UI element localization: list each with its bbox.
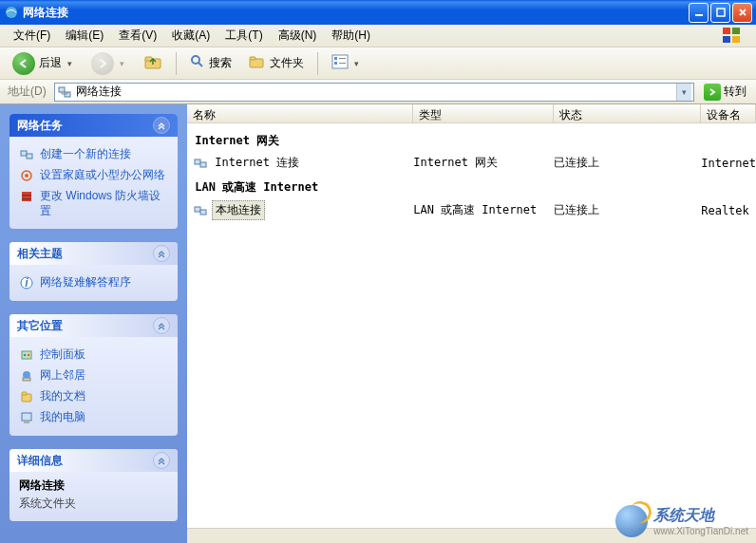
task-create-connection[interactable]: 创建一个新的连接 [19, 144, 168, 165]
minimize-button[interactable] [689, 3, 709, 23]
svg-point-9 [192, 56, 199, 64]
collapse-icon[interactable] [153, 117, 170, 134]
chevron-down-icon: ▾ [66, 59, 74, 68]
svg-rect-6 [732, 36, 740, 43]
views-button[interactable]: ▾ [325, 50, 368, 76]
separator [176, 52, 177, 75]
svg-rect-2 [717, 9, 725, 16]
address-input[interactable]: 网络连接 ▾ [54, 83, 694, 102]
collapse-icon[interactable] [153, 245, 170, 262]
menu-view[interactable]: 查看(V) [111, 25, 164, 47]
svg-rect-39 [195, 207, 200, 212]
place-network-neighborhood[interactable]: 网上邻居 [19, 365, 168, 386]
up-button[interactable] [137, 49, 169, 77]
collapse-icon[interactable] [153, 317, 170, 334]
col-status[interactable]: 状态 [554, 104, 701, 122]
svg-rect-40 [200, 210, 206, 215]
svg-rect-19 [21, 151, 27, 156]
go-icon [704, 84, 721, 101]
col-name[interactable]: 名称 [187, 104, 413, 122]
views-icon [331, 54, 349, 72]
forward-button[interactable]: ▾ [85, 48, 133, 79]
task-label: 更改 Windows 防火墙设置 [40, 189, 168, 218]
column-headers: 名称 类型 状态 设备名 [187, 104, 756, 123]
close-button[interactable] [732, 3, 752, 23]
go-button[interactable]: 转到 [698, 83, 752, 102]
place-control-panel[interactable]: 控制面板 [19, 345, 168, 365]
svg-rect-16 [339, 63, 346, 64]
details-type: 系统文件夹 [19, 496, 168, 512]
menu-edit[interactable]: 编辑(E) [58, 25, 111, 47]
globe-icon [615, 505, 648, 537]
related-troubleshoot[interactable]: i 网络疑难解答程序 [19, 272, 168, 293]
svg-point-0 [6, 7, 17, 18]
svg-rect-17 [59, 87, 65, 92]
svg-point-22 [25, 174, 28, 178]
panel-title: 网络任务 [17, 118, 63, 134]
item-status: 已连接上 [554, 155, 701, 171]
search-button[interactable]: 搜索 [183, 50, 238, 76]
network-neighborhood-icon [19, 368, 34, 384]
item-device: Realtek [701, 204, 756, 217]
list-group-header: Internet 网关 [187, 127, 756, 152]
control-panel-icon [19, 347, 34, 363]
watermark-text: 系统天地 [653, 507, 714, 523]
svg-rect-4 [732, 28, 740, 34]
col-type[interactable]: 类型 [413, 104, 554, 122]
svg-rect-28 [22, 351, 31, 359]
panel-header[interactable]: 网络任务 [9, 114, 178, 137]
chevron-down-icon: ▾ [352, 59, 361, 68]
svg-point-29 [24, 354, 26, 356]
address-dropdown[interactable]: ▾ [676, 84, 691, 101]
item-name: 本地连接 [212, 200, 265, 220]
col-device[interactable]: 设备名 [701, 104, 756, 122]
firewall-icon [19, 189, 34, 204]
svg-rect-5 [723, 36, 730, 43]
back-button[interactable]: 后退 ▾ [6, 48, 81, 79]
panel-header[interactable]: 详细信息 [9, 449, 178, 472]
window-controls [689, 3, 752, 23]
panel-places: 其它位置 控制面板 网上邻居 我的文档 [9, 314, 178, 436]
network-setup-icon [19, 168, 34, 183]
panel-header[interactable]: 其它位置 [9, 314, 178, 337]
search-icon [190, 54, 205, 72]
item-device: Internet [701, 157, 756, 170]
watermark: 系统天地 www.XiTongTianDi.net [615, 505, 748, 537]
place-label: 网上邻居 [40, 368, 85, 384]
folders-label: 文件夹 [270, 55, 304, 71]
panel-header[interactable]: 相关主题 [9, 242, 178, 265]
list-body[interactable]: Internet 网关Internet 连接Internet 网关已连接上Int… [187, 123, 756, 528]
folders-button[interactable]: 文件夹 [242, 50, 311, 76]
my-documents-icon [19, 389, 34, 404]
panel-title: 相关主题 [17, 246, 63, 262]
place-my-documents[interactable]: 我的文档 [19, 386, 168, 407]
list-item[interactable]: Internet 连接Internet 网关已连接上Internet [187, 152, 756, 174]
item-status: 已连接上 [554, 202, 701, 218]
menu-favorites[interactable]: 收藏(A) [164, 25, 217, 47]
place-my-computer[interactable]: 我的电脑 [19, 407, 168, 428]
maximize-button[interactable] [710, 3, 730, 23]
menu-advanced[interactable]: 高级(N) [271, 25, 325, 47]
panel-title: 详细信息 [17, 453, 63, 469]
menu-help[interactable]: 帮助(H) [324, 25, 378, 47]
item-name: Internet 连接 [212, 154, 302, 172]
svg-rect-15 [339, 58, 346, 59]
svg-point-30 [28, 354, 29, 356]
menu-file[interactable]: 文件(F) [6, 25, 58, 47]
panel-network-tasks: 网络任务 创建一个新的连接 设置家庭或小型办公网络 更改 Windows 防火墙… [9, 114, 178, 229]
task-setup-network[interactable]: 设置家庭或小型办公网络 [19, 165, 168, 186]
svg-rect-14 [334, 62, 337, 65]
app-icon [4, 5, 19, 20]
place-label: 控制面板 [40, 347, 85, 363]
task-firewall[interactable]: 更改 Windows 防火墙设置 [19, 186, 168, 221]
info-icon: i [19, 275, 34, 290]
search-label: 搜索 [209, 55, 232, 71]
list-item[interactable]: 本地连接LAN 或高速 Internet已连接上Realtek [187, 198, 756, 222]
collapse-icon[interactable] [153, 452, 170, 469]
list-view: 名称 类型 状态 设备名 Internet 网关Internet 连接Inter… [187, 104, 756, 543]
svg-rect-11 [250, 57, 255, 60]
chevron-down-icon: ▾ [118, 59, 126, 68]
menu-tools[interactable]: 工具(T) [217, 25, 270, 47]
task-label: 设置家庭或小型办公网络 [40, 168, 165, 183]
menu-bar: 文件(F) 编辑(E) 查看(V) 收藏(A) 工具(T) 高级(N) 帮助(H… [0, 25, 756, 47]
